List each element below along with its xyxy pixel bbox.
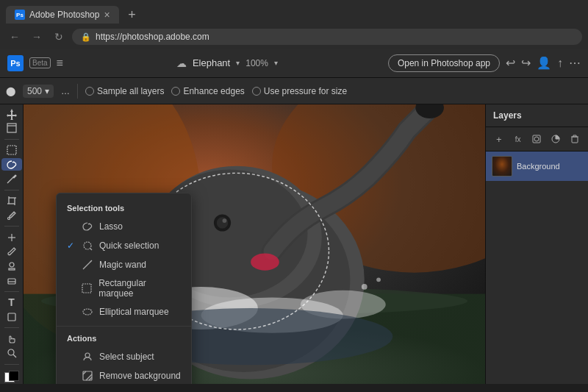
sample-all-layers-radio[interactable]: [85, 87, 94, 96]
photoshop-app: Ps Beta ≡ ☁ Elephant ▾ 100% ▾ Open in Ph…: [0, 49, 588, 384]
marquee-tool-button[interactable]: [1, 144, 22, 157]
eyedropper-tool-button[interactable]: [1, 209, 22, 221]
svg-point-51: [85, 353, 90, 357]
svg-point-37: [376, 277, 381, 282]
lock-icon: 🔒: [81, 32, 91, 42]
toolbar-separator-4: [4, 291, 19, 292]
rectangular-marquee-menu-item[interactable]: Rectangular marquee: [57, 274, 191, 302]
elliptical-checkmark: [67, 307, 76, 317]
more-options-button[interactable]: …: [61, 86, 70, 96]
layer-thumbnail-image: [492, 157, 512, 176]
svg-line-45: [90, 249, 92, 250]
select-subject-icon: [82, 351, 93, 363]
select-subject-label: Select subject: [99, 352, 154, 362]
svg-rect-17: [8, 313, 15, 321]
crop-tool-button[interactable]: [1, 195, 22, 207]
elliptical-marquee-icon: [82, 306, 93, 318]
quick-selection-checkmark: ✓: [67, 240, 76, 251]
brush-tool-button[interactable]: [1, 246, 22, 258]
eraser-tool-button[interactable]: [1, 274, 22, 286]
artboard-tool-button[interactable]: [1, 121, 22, 134]
rectangular-marquee-label: Rectangular marquee: [98, 278, 181, 299]
back-button[interactable]: ←: [6, 28, 24, 46]
svg-point-36: [362, 284, 368, 290]
wand-tool-button[interactable]: [1, 172, 22, 185]
elliptical-marquee-menu-item[interactable]: Elliptical marquee: [57, 302, 191, 321]
quick-selection-menu-item[interactable]: ✓ Quick selection: [57, 236, 191, 255]
text-tool-button[interactable]: T: [1, 296, 22, 308]
lasso-tool-button[interactable]: [1, 158, 22, 171]
select-subject-menu-item[interactable]: Select subject: [57, 347, 191, 366]
use-pressure-option[interactable]: Use pressure for size: [252, 86, 347, 96]
select-subject-checkmark: [67, 352, 76, 362]
fx-button[interactable]: fx: [509, 130, 527, 148]
delete-layer-button[interactable]: [566, 130, 584, 148]
elliptical-marquee-label: Elliptical marquee: [99, 307, 169, 317]
redo-button[interactable]: ↪: [521, 56, 531, 70]
tab-title: Adobe Photoshop: [29, 10, 99, 20]
open-in-app-button[interactable]: Open in Photoshop app: [388, 54, 500, 72]
remove-background-menu-item[interactable]: Remove background: [57, 366, 191, 384]
new-tab-button[interactable]: +: [122, 4, 143, 25]
layers-panel: Layers + fx Background: [485, 104, 588, 384]
brush-size-dropdown-icon[interactable]: ▾: [45, 86, 49, 96]
zoom-dropdown-icon[interactable]: ▾: [274, 59, 278, 67]
layer-name: Background: [517, 162, 560, 171]
address-bar[interactable]: 🔒 https://photoshop.adobe.com: [72, 29, 582, 45]
healing-tool-button[interactable]: [1, 231, 22, 243]
svg-point-18: [8, 349, 14, 355]
options-bar: ⬤ 500 ▾ … Sample all layers Enhance edge…: [0, 78, 588, 104]
reload-button[interactable]: ↻: [50, 28, 68, 46]
svg-rect-14: [9, 268, 15, 270]
svg-point-50: [83, 309, 92, 315]
magic-wand-icon: [82, 259, 93, 271]
tool-icon-group: ⬤: [6, 86, 15, 96]
hand-tool-button[interactable]: [1, 332, 22, 345]
stamp-tool-button[interactable]: [1, 260, 22, 272]
sample-all-layers-option[interactable]: Sample all layers: [85, 86, 164, 96]
forward-button[interactable]: →: [28, 28, 46, 46]
left-toolbar: T: [0, 104, 24, 384]
user-icon[interactable]: 👤: [537, 56, 551, 70]
hamburger-menu-button[interactable]: ≡: [57, 57, 63, 70]
toolbar-separator-1: [4, 139, 19, 140]
enhance-edges-option[interactable]: Enhance edges: [171, 86, 244, 96]
color-swatch[interactable]: [4, 372, 19, 381]
main-area: T: [0, 104, 588, 384]
share-button[interactable]: ↑: [557, 57, 563, 70]
background-layer-item[interactable]: Background: [486, 152, 588, 181]
shape-tool-button[interactable]: [1, 310, 22, 323]
tab-bar: Ps Adobe Photoshop × +: [0, 0, 588, 25]
background-color[interactable]: [9, 371, 19, 381]
svg-line-54: [86, 374, 92, 380]
file-name-dropdown-icon[interactable]: ▾: [236, 59, 240, 67]
svg-point-13: [10, 263, 14, 267]
magic-wand-menu-item[interactable]: Magic wand: [57, 255, 191, 274]
svg-marker-5: [13, 175, 16, 178]
move-tool-button[interactable]: [1, 107, 22, 120]
use-pressure-radio[interactable]: [252, 87, 261, 96]
toolbar-separator-3: [4, 226, 19, 227]
adjustment-button[interactable]: [547, 130, 564, 148]
add-layer-button[interactable]: +: [490, 130, 508, 148]
remove-background-label: Remove background: [99, 371, 181, 381]
quick-selection-icon: [82, 240, 93, 252]
active-tab[interactable]: Ps Adobe Photoshop ×: [6, 6, 119, 24]
ps-logo: Ps: [7, 55, 24, 71]
lasso-tool-menu-item[interactable]: Lasso: [57, 217, 191, 236]
brush-size-control[interactable]: 500 ▾: [23, 85, 54, 98]
canvas-area[interactable]: Selection tools Lasso ✓ Quick selection: [24, 104, 485, 384]
toolbar-separator-5: [4, 327, 19, 328]
zoom-level: 100%: [245, 58, 268, 68]
zoom-tool-button[interactable]: [1, 346, 22, 359]
address-text: https://photoshop.adobe.com: [96, 32, 209, 42]
enhance-edges-radio[interactable]: [171, 87, 180, 96]
undo-button[interactable]: ↩: [506, 56, 515, 70]
enhance-edges-label: Enhance edges: [183, 86, 244, 96]
tab-close-button[interactable]: ×: [104, 10, 110, 20]
lasso-checkmark: [67, 221, 76, 232]
mask-button[interactable]: [528, 130, 546, 148]
svg-rect-1: [7, 124, 16, 132]
more-button[interactable]: ⋯: [569, 56, 581, 70]
header-actions: ↩ ↪ 👤 ↑ ⋯: [506, 56, 581, 70]
